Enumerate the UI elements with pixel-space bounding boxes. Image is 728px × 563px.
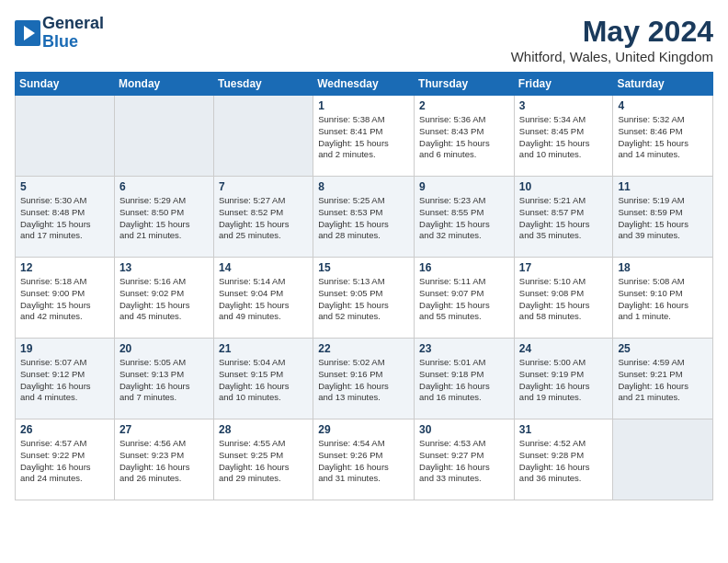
calendar-cell: 8Sunrise: 5:25 AM Sunset: 8:53 PM Daylig… (313, 177, 415, 258)
calendar-cell: 3Sunrise: 5:34 AM Sunset: 8:45 PM Daylig… (514, 96, 613, 177)
day-number: 12 (20, 261, 109, 274)
weekday-header: Sunday (16, 73, 115, 96)
calendar-cell: 31Sunrise: 4:52 AM Sunset: 9:28 PM Dayli… (514, 419, 613, 500)
day-info: Sunrise: 5:11 AM Sunset: 9:07 PM Dayligh… (419, 276, 509, 323)
weekday-header: Tuesday (213, 73, 313, 96)
calendar-cell: 21Sunrise: 5:04 AM Sunset: 9:15 PM Dayli… (213, 339, 313, 419)
day-info: Sunrise: 5:29 AM Sunset: 8:50 PM Dayligh… (119, 195, 209, 242)
day-info: Sunrise: 5:36 AM Sunset: 8:43 PM Dayligh… (419, 114, 509, 161)
weekday-header: Wednesday (313, 73, 415, 96)
location-title: Whitford, Wales, United Kingdom (511, 49, 713, 64)
day-number: 14 (219, 261, 308, 274)
calendar-cell: 9Sunrise: 5:23 AM Sunset: 8:55 PM Daylig… (415, 177, 515, 258)
calendar-cell: 20Sunrise: 5:05 AM Sunset: 9:13 PM Dayli… (114, 339, 213, 419)
day-number: 15 (318, 261, 409, 274)
day-number: 2 (419, 99, 509, 112)
day-info: Sunrise: 5:01 AM Sunset: 9:18 PM Dayligh… (419, 357, 509, 404)
calendar-cell: 12Sunrise: 5:18 AM Sunset: 9:00 PM Dayli… (16, 258, 115, 339)
calendar-cell: 2Sunrise: 5:36 AM Sunset: 8:43 PM Daylig… (415, 96, 515, 177)
calendar-cell: 17Sunrise: 5:10 AM Sunset: 9:08 PM Dayli… (514, 258, 613, 339)
calendar-cell: 5Sunrise: 5:30 AM Sunset: 8:48 PM Daylig… (16, 177, 115, 258)
weekday-header: Monday (114, 73, 213, 96)
day-info: Sunrise: 5:16 AM Sunset: 9:02 PM Dayligh… (119, 276, 209, 323)
weekday-header: Thursday (415, 73, 515, 96)
weekday-header: Friday (514, 73, 613, 96)
day-info: Sunrise: 4:53 AM Sunset: 9:27 PM Dayligh… (419, 438, 509, 485)
logo: General Blue (15, 15, 104, 52)
day-number: 27 (119, 423, 209, 436)
calendar-cell: 1Sunrise: 5:38 AM Sunset: 8:41 PM Daylig… (313, 96, 415, 177)
day-number: 3 (519, 99, 609, 112)
day-number: 7 (219, 180, 308, 193)
day-number: 21 (219, 342, 308, 355)
day-info: Sunrise: 5:30 AM Sunset: 8:48 PM Dayligh… (20, 195, 109, 242)
calendar-cell: 10Sunrise: 5:21 AM Sunset: 8:57 PM Dayli… (514, 177, 613, 258)
day-number: 10 (519, 180, 609, 193)
day-info: Sunrise: 4:56 AM Sunset: 9:23 PM Dayligh… (119, 438, 209, 485)
day-info: Sunrise: 5:08 AM Sunset: 9:10 PM Dayligh… (618, 276, 708, 323)
calendar-cell: 18Sunrise: 5:08 AM Sunset: 9:10 PM Dayli… (613, 258, 713, 339)
day-number: 30 (419, 423, 509, 436)
calendar-cell: 14Sunrise: 5:14 AM Sunset: 9:04 PM Dayli… (213, 258, 313, 339)
calendar-week-row: 1Sunrise: 5:38 AM Sunset: 8:41 PM Daylig… (16, 96, 713, 177)
calendar-cell: 4Sunrise: 5:32 AM Sunset: 8:46 PM Daylig… (613, 96, 713, 177)
calendar-cell: 15Sunrise: 5:13 AM Sunset: 9:05 PM Dayli… (313, 258, 415, 339)
title-area: May 2024 Whitford, Wales, United Kingdom (511, 15, 713, 64)
day-number: 26 (20, 423, 109, 436)
day-number: 24 (519, 342, 609, 355)
calendar-cell: 30Sunrise: 4:53 AM Sunset: 9:27 PM Dayli… (415, 419, 515, 500)
day-number: 11 (618, 180, 708, 193)
day-info: Sunrise: 5:10 AM Sunset: 9:08 PM Dayligh… (519, 276, 609, 323)
day-number: 22 (318, 342, 409, 355)
day-info: Sunrise: 5:27 AM Sunset: 8:52 PM Dayligh… (219, 195, 308, 242)
calendar-cell: 26Sunrise: 4:57 AM Sunset: 9:22 PM Dayli… (16, 419, 115, 500)
day-number: 9 (419, 180, 509, 193)
calendar-cell (613, 419, 713, 500)
day-number: 28 (219, 423, 308, 436)
day-info: Sunrise: 5:34 AM Sunset: 8:45 PM Dayligh… (519, 114, 609, 161)
day-number: 29 (318, 423, 409, 436)
day-number: 17 (519, 261, 609, 274)
day-number: 16 (419, 261, 509, 274)
calendar-cell: 27Sunrise: 4:56 AM Sunset: 9:23 PM Dayli… (114, 419, 213, 500)
day-info: Sunrise: 5:14 AM Sunset: 9:04 PM Dayligh… (219, 276, 308, 323)
day-info: Sunrise: 5:13 AM Sunset: 9:05 PM Dayligh… (318, 276, 409, 323)
calendar-cell: 11Sunrise: 5:19 AM Sunset: 8:59 PM Dayli… (613, 177, 713, 258)
calendar-cell: 28Sunrise: 4:55 AM Sunset: 9:25 PM Dayli… (213, 419, 313, 500)
calendar-week-row: 19Sunrise: 5:07 AM Sunset: 9:12 PM Dayli… (16, 339, 713, 419)
day-number: 13 (119, 261, 209, 274)
day-number: 4 (618, 99, 708, 112)
header: General Blue May 2024 Whitford, Wales, U… (15, 15, 713, 64)
day-info: Sunrise: 5:02 AM Sunset: 9:16 PM Dayligh… (318, 357, 409, 404)
day-info: Sunrise: 5:38 AM Sunset: 8:41 PM Dayligh… (318, 114, 409, 161)
day-info: Sunrise: 5:21 AM Sunset: 8:57 PM Dayligh… (519, 195, 609, 242)
day-info: Sunrise: 4:55 AM Sunset: 9:25 PM Dayligh… (219, 438, 308, 485)
calendar-cell: 22Sunrise: 5:02 AM Sunset: 9:16 PM Dayli… (313, 339, 415, 419)
day-info: Sunrise: 4:57 AM Sunset: 9:22 PM Dayligh… (20, 438, 109, 485)
calendar-cell: 23Sunrise: 5:01 AM Sunset: 9:18 PM Dayli… (415, 339, 515, 419)
day-info: Sunrise: 5:25 AM Sunset: 8:53 PM Dayligh… (318, 195, 409, 242)
day-info: Sunrise: 5:32 AM Sunset: 8:46 PM Dayligh… (618, 114, 708, 161)
day-info: Sunrise: 5:04 AM Sunset: 9:15 PM Dayligh… (219, 357, 308, 404)
calendar-cell (16, 96, 115, 177)
day-info: Sunrise: 4:59 AM Sunset: 9:21 PM Dayligh… (618, 357, 708, 404)
calendar-table: SundayMondayTuesdayWednesdayThursdayFrid… (15, 72, 713, 500)
day-number: 31 (519, 423, 609, 436)
calendar-cell: 24Sunrise: 5:00 AM Sunset: 9:19 PM Dayli… (514, 339, 613, 419)
calendar-cell: 6Sunrise: 5:29 AM Sunset: 8:50 PM Daylig… (114, 177, 213, 258)
calendar-cell: 7Sunrise: 5:27 AM Sunset: 8:52 PM Daylig… (213, 177, 313, 258)
day-info: Sunrise: 5:23 AM Sunset: 8:55 PM Dayligh… (419, 195, 509, 242)
day-number: 18 (618, 261, 708, 274)
logo-icon (15, 20, 40, 46)
logo-line2: Blue (42, 33, 104, 52)
day-info: Sunrise: 5:19 AM Sunset: 8:59 PM Dayligh… (618, 195, 708, 242)
day-info: Sunrise: 5:18 AM Sunset: 9:00 PM Dayligh… (20, 276, 109, 323)
calendar-week-row: 12Sunrise: 5:18 AM Sunset: 9:00 PM Dayli… (16, 258, 713, 339)
calendar-cell: 13Sunrise: 5:16 AM Sunset: 9:02 PM Dayli… (114, 258, 213, 339)
day-number: 20 (119, 342, 209, 355)
logo-line1: General (42, 15, 104, 33)
day-number: 5 (20, 180, 109, 193)
day-info: Sunrise: 5:07 AM Sunset: 9:12 PM Dayligh… (20, 357, 109, 404)
calendar-week-row: 26Sunrise: 4:57 AM Sunset: 9:22 PM Dayli… (16, 419, 713, 500)
day-info: Sunrise: 5:05 AM Sunset: 9:13 PM Dayligh… (119, 357, 209, 404)
